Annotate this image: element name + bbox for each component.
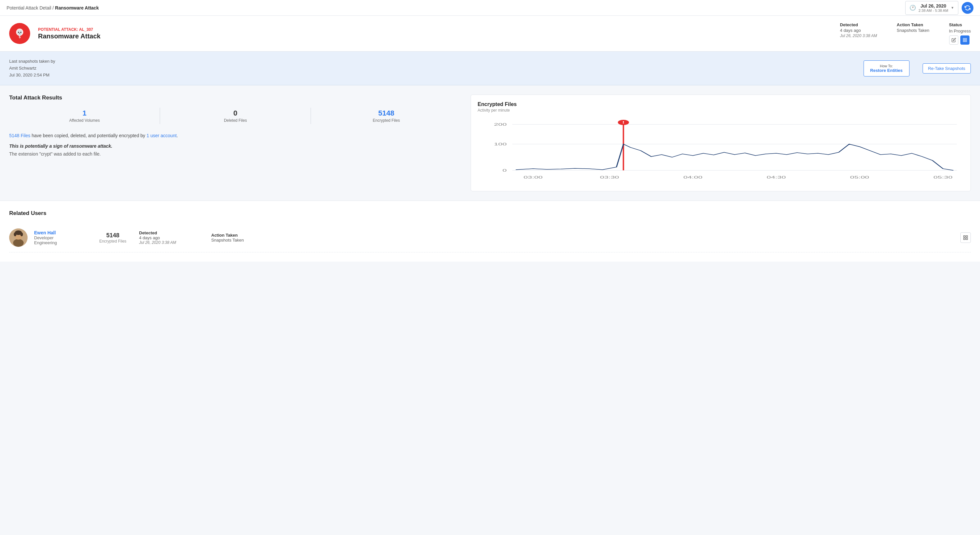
svg-text:03:00: 03:00 — [524, 176, 543, 179]
breadcrumb-parent: Potential Attack Detail — [6, 5, 51, 11]
breadcrumb: Potential Attack Detail / Ransomware Att… — [6, 5, 99, 11]
user-detected-label: Detected — [139, 230, 205, 235]
action-taken-block: Action Taken Snapshots Taken — [897, 22, 929, 33]
deleted-files-label: Deleted Files — [160, 118, 310, 123]
svg-text:100: 100 — [494, 142, 507, 146]
status-label: Status — [949, 22, 971, 27]
stats-row: 1 Affected Volumes 0 Deleted Files 5148 … — [9, 108, 461, 124]
svg-rect-31 — [966, 238, 967, 240]
how-to-label: How To: — [870, 64, 903, 68]
detected-date: Jul 26, 2020 3:38 AM — [840, 34, 877, 38]
date-main: Jul 26, 2020 — [919, 3, 948, 8]
clock-icon: 🕐 — [910, 5, 916, 11]
stats-section-title: Total Attack Results — [9, 94, 461, 101]
files-count-link[interactable]: 5148 Files — [9, 133, 30, 138]
detected-label: Detected — [840, 22, 877, 27]
alert-header: 💀 $ POTENTIAL ATTACK: AL_307 Ransomware … — [0, 16, 980, 51]
deleted-files-value: 0 — [160, 109, 310, 118]
svg-text:200: 200 — [494, 123, 507, 127]
svg-rect-6 — [965, 40, 967, 42]
affected-volumes-value: 1 — [9, 109, 160, 118]
svg-rect-29 — [966, 236, 967, 237]
detected-block: Detected 4 days ago Jul 26, 2020 3:38 AM — [840, 22, 877, 38]
alert-id: POTENTIAL ATTACK: AL_307 — [38, 27, 100, 32]
status-value: In Progress — [949, 29, 971, 34]
user-action-value: Snapshots Taken — [211, 238, 277, 243]
date-range-button[interactable]: 🕐 Jul 26, 2020 2:38 AM - 5:38 AM ▼ — [905, 1, 958, 15]
top-nav: Potential Attack Detail / Ransomware Att… — [0, 0, 980, 16]
action-taken-label: Action Taken — [897, 22, 929, 27]
chart-title: Encrypted Files — [477, 101, 964, 107]
svg-text:05:00: 05:00 — [850, 176, 869, 179]
chevron-down-icon: ▼ — [951, 6, 954, 10]
snapshot-taken-by-label: Last snapshots taken by — [9, 58, 55, 65]
main-content: Total Attack Results 1 Affected Volumes … — [0, 85, 980, 201]
svg-rect-28 — [964, 236, 965, 237]
refresh-button[interactable] — [962, 2, 974, 14]
user-encrypted-stat: 5148 Encrypted Files — [93, 232, 132, 244]
encrypted-files-stat: 5148 Encrypted Files — [311, 109, 461, 123]
status-icons — [949, 35, 971, 45]
encrypted-files-label: Encrypted Files — [311, 118, 461, 123]
view-status-button[interactable] — [960, 35, 969, 45]
user-action-block: Action Taken Snapshots Taken — [211, 233, 277, 243]
svg-text:💀: 💀 — [16, 29, 23, 35]
snapshot-taken-by-name: Amit Schwartz — [9, 65, 55, 72]
user-action-label: Action Taken — [211, 233, 277, 238]
svg-text:04:00: 04:00 — [684, 176, 703, 179]
related-section: Related Users Ewen Hall Developer Engine… — [0, 201, 980, 262]
left-panel: Total Attack Results 1 Affected Volumes … — [9, 94, 471, 192]
alert-title: Ransomware Attack — [38, 32, 100, 40]
svg-text:03:30: 03:30 — [600, 176, 619, 179]
alert-meta-group: Detected 4 days ago Jul 26, 2020 3:38 AM… — [840, 22, 971, 45]
user-row-icon-button[interactable] — [960, 232, 971, 243]
encrypted-files-value: 5148 — [311, 109, 461, 118]
date-sub: 2:38 AM - 5:38 AM — [919, 8, 948, 13]
deleted-files-stat: 0 Deleted Files — [160, 109, 310, 123]
chart-subtitle: Activity per minute — [477, 108, 964, 113]
svg-text:!: ! — [622, 121, 625, 125]
svg-text:05:30: 05:30 — [934, 176, 953, 179]
desc-extension: The extension "crypt" was added to each … — [9, 151, 461, 157]
svg-point-23 — [13, 239, 24, 247]
chart-area: 200 100 0 03:00 03:30 04:00 04:30 05:00 … — [477, 118, 964, 184]
snapshot-buttons: How To: Restore Entities — [864, 61, 910, 77]
how-to-button[interactable]: How To: Restore Entities — [864, 61, 910, 77]
action-taken-value: Snapshots Taken — [897, 28, 929, 33]
edit-status-button[interactable] — [949, 35, 958, 45]
svg-text:$: $ — [19, 35, 21, 39]
user-info: Ewen Hall Developer Engineering — [34, 230, 87, 245]
svg-text:04:30: 04:30 — [767, 176, 786, 179]
description-text: 5148 Files have been copied, deleted, an… — [9, 132, 461, 139]
files-text: have been copied, deleted, and potential… — [30, 133, 146, 138]
table-row: Ewen Hall Developer Engineering 5148 Enc… — [9, 223, 971, 252]
desc-warning: This is potentially a sign of ransomware… — [9, 144, 461, 149]
user-department: Engineering — [34, 240, 87, 245]
breadcrumb-current: Ransomware Attack — [55, 5, 99, 11]
user-detected-date: Jul 26, 2020 3:38 AM — [139, 240, 205, 245]
user-action-icons — [960, 232, 971, 243]
svg-rect-3 — [963, 38, 964, 40]
alert-icon: 💀 $ — [9, 23, 30, 44]
period: . — [177, 133, 178, 138]
svg-text:0: 0 — [503, 169, 507, 172]
detected-ago: 4 days ago — [840, 28, 877, 33]
how-to-main: Restore Entities — [870, 68, 903, 73]
user-detected-block: Detected 4 days ago Jul 26, 2020 3:38 AM — [139, 230, 205, 245]
user-name[interactable]: Ewen Hall — [34, 230, 87, 235]
avatar — [9, 228, 27, 247]
user-detected-ago: 4 days ago — [139, 235, 205, 240]
svg-rect-5 — [963, 40, 964, 42]
snapshot-info: Last snapshots taken by Amit Schwartz Ju… — [9, 58, 55, 78]
breadcrumb-separator: / — [52, 5, 55, 11]
nav-right: 🕐 Jul 26, 2020 2:38 AM - 5:38 AM ▼ — [905, 1, 974, 15]
status-block: Status In Progress — [949, 22, 971, 45]
svg-point-26 — [14, 232, 16, 236]
svg-point-27 — [20, 232, 23, 236]
user-encrypted-value: 5148 — [93, 232, 132, 239]
retake-snapshots-button[interactable]: Re-Take Snapshots — [923, 63, 971, 73]
affected-volumes-stat: 1 Affected Volumes — [9, 109, 160, 123]
user-count-link[interactable]: 1 user account — [146, 133, 177, 138]
chart-svg: 200 100 0 03:00 03:30 04:00 04:30 05:00 … — [477, 118, 964, 184]
svg-rect-4 — [965, 38, 967, 40]
